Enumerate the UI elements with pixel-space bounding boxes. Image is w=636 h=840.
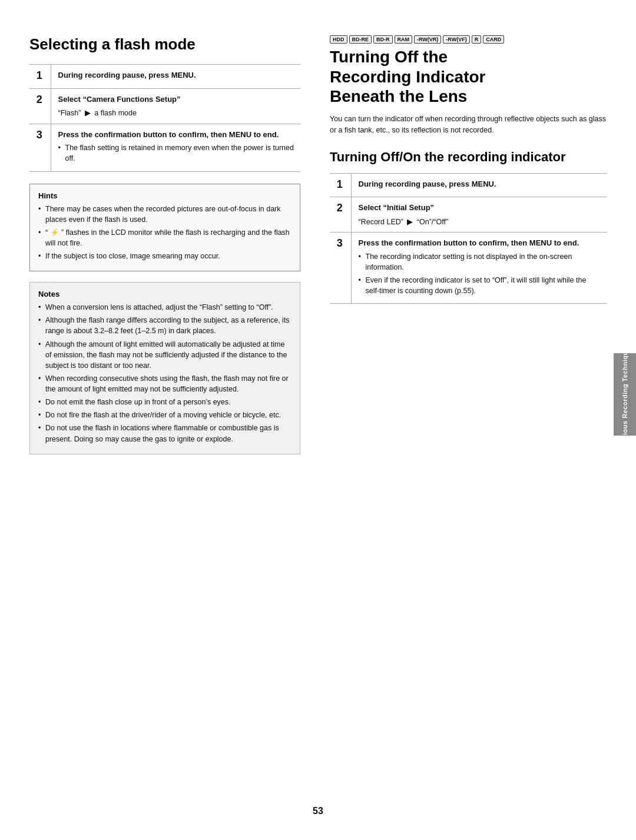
step-bullets: The flash setting is retained in memory … — [58, 142, 296, 164]
step-number: 2 — [29, 88, 51, 124]
page-number: 53 — [313, 806, 323, 816]
hints-box: Hints There may be cases when the record… — [29, 184, 300, 272]
step-sub-text: “Flash” ▶ a flash mode — [58, 107, 296, 119]
step-content: Select “Initial Setup”“Record LED” ▶ “On… — [351, 197, 607, 233]
right-column: HDDBD-REBD-RRAM-RW(VR)-RW(VF)RCARD Turni… — [318, 35, 607, 805]
notes-list: When a conversion lens is attached, adju… — [38, 302, 292, 444]
table-row: 1During recording pause, press MENU. — [29, 65, 300, 89]
right-intro: You can turn the indicator off when reco… — [330, 114, 607, 137]
format-badge: -RW(VF) — [443, 35, 469, 44]
step-main-text: Select “Camera Functions Setup” — [58, 94, 296, 105]
table-row: 2Select “Camera Functions Setup”“Flash” … — [29, 88, 300, 124]
left-steps-table: 1During recording pause, press MENU.2Sel… — [29, 64, 300, 172]
left-column: Selecting a flash mode 1During recording… — [29, 35, 318, 805]
step-content: Press the confirmation button to confirm… — [351, 233, 607, 304]
list-item: Do not emit the flash close up in front … — [38, 397, 292, 407]
list-item: The flash setting is retained in memory … — [58, 142, 296, 164]
hints-list: There may be cases when the recorded pic… — [38, 204, 292, 262]
step-content: Select “Camera Functions Setup”“Flash” ▶… — [51, 88, 300, 124]
left-section-title: Selecting a flash mode — [29, 35, 300, 54]
list-item: The recording indicator setting is not d… — [359, 251, 602, 273]
step-content: Press the confirmation button to confirm… — [51, 124, 300, 171]
step-number: 3 — [330, 233, 351, 304]
step-sub-text: “Record LED” ▶ “On”/“Off” — [359, 216, 602, 228]
table-row: 3Press the confirmation button to confir… — [330, 233, 607, 304]
hints-title: Hints — [38, 191, 292, 200]
sidebar-label: Various Recording Techniques — [621, 343, 628, 446]
right-steps-table: 1During recording pause, press MENU.2Sel… — [330, 173, 607, 304]
list-item: When recording consecutive shots using t… — [38, 373, 292, 394]
format-badge: -RW(VR) — [414, 35, 441, 44]
list-item: Even if the recording indicator is set t… — [359, 275, 602, 296]
step-main-text: Select “Initial Setup” — [359, 202, 602, 214]
list-item: If the subject is too close, image smear… — [38, 251, 292, 261]
notes-box: Notes When a conversion lens is attached… — [29, 282, 300, 454]
step-content: During recording pause, press MENU. — [51, 65, 300, 89]
list-item: Although the amount of light emitted wil… — [38, 339, 292, 371]
step-main-text: During recording pause, press MENU. — [359, 178, 602, 190]
table-row: 1During recording pause, press MENU. — [330, 173, 607, 197]
format-badge: BD-RE — [349, 35, 372, 44]
table-row: 3Press the confirmation button to confir… — [29, 124, 300, 171]
step-main-text: During recording pause, press MENU. — [58, 69, 296, 81]
list-item: When a conversion lens is attached, adju… — [38, 302, 292, 313]
table-row: 2Select “Initial Setup”“Record LED” ▶ “O… — [330, 197, 607, 233]
right-subsection-title: Turning Off/On the recording indicator — [330, 150, 607, 165]
format-badge: BD-R — [373, 35, 393, 44]
format-badge: RAM — [395, 35, 413, 44]
step-number: 3 — [29, 124, 51, 171]
step-main-text: Press the confirmation button to confirm… — [359, 237, 602, 249]
list-item: Although the flash range differs accordi… — [38, 315, 292, 336]
right-section-title: Turning Off the Recording Indicator Bene… — [330, 47, 607, 107]
format-badge: R — [472, 35, 482, 44]
list-item: There may be cases when the recorded pic… — [38, 204, 292, 225]
step-number: 2 — [330, 197, 351, 233]
list-item: Do not use the flash in locations where … — [38, 423, 292, 444]
format-badge: HDD — [330, 35, 347, 44]
step-bullets: The recording indicator setting is not d… — [359, 251, 602, 297]
list-item: “ ⚡ ” flashes in the LCD monitor while t… — [38, 227, 292, 248]
sidebar-tab: Various Recording Techniques — [614, 353, 636, 436]
notes-title: Notes — [38, 290, 292, 298]
list-item: Do not fire the flash at the driver/ride… — [38, 410, 292, 420]
format-badge: CARD — [483, 35, 504, 44]
step-main-text: Press the confirmation button to confirm… — [58, 129, 296, 141]
step-content: During recording pause, press MENU. — [351, 173, 607, 197]
step-number: 1 — [330, 173, 351, 197]
format-badges: HDDBD-REBD-RRAM-RW(VR)-RW(VF)RCARD — [330, 35, 607, 44]
step-number: 1 — [29, 65, 51, 89]
